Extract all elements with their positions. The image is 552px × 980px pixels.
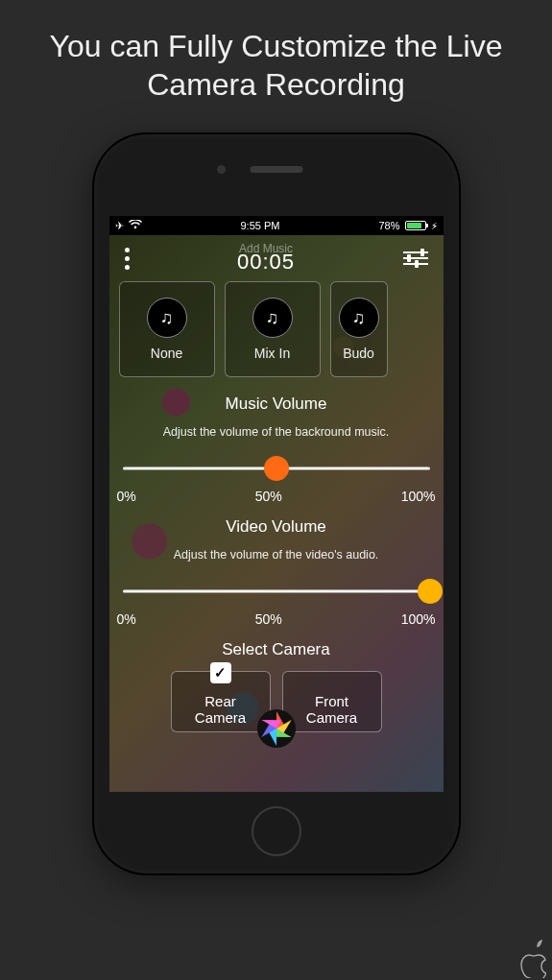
phone-frame: ✈︎ 9:55 PM 78% ⚡︎ Add M: [94, 134, 459, 873]
tick-label: 0%: [117, 611, 136, 627]
status-bar: ✈︎ 9:55 PM 78% ⚡︎: [109, 216, 444, 235]
music-option-third[interactable]: ♫ Budo: [330, 281, 388, 377]
video-volume-ticks: 0% 50% 100%: [117, 606, 436, 631]
music-note-icon: ♫: [339, 298, 379, 338]
music-option-mixin[interactable]: ♫ Mix In: [225, 281, 321, 377]
music-options-row: ♫ None ♫ Mix In ♫ Budo: [119, 281, 434, 377]
settings-sliders-button[interactable]: [399, 248, 432, 269]
music-note-icon: ♫: [252, 298, 293, 338]
airplane-mode-icon: ✈︎: [115, 220, 124, 232]
battery-percentage: 78%: [378, 220, 399, 231]
camera-option-front[interactable]: FrontCamera: [282, 671, 382, 732]
checkmark-icon: ✓: [210, 662, 231, 683]
home-button: [252, 806, 301, 856]
tick-label: 50%: [255, 611, 282, 627]
music-option-label: None: [151, 346, 182, 361]
music-volume-slider[interactable]: [123, 456, 430, 481]
record-timer: 00:05: [133, 250, 399, 275]
camera-option-label: RearCamera: [195, 693, 246, 727]
music-volume-subtitle: Adjust the volume of the backround music…: [119, 419, 434, 448]
watermark-logo: [514, 940, 546, 978]
video-volume-subtitle: Adjust the volume of the video's audio.: [119, 542, 434, 571]
camera-option-label: FrontCamera: [306, 693, 357, 727]
tick-label: 100%: [401, 611, 436, 627]
select-camera-title: Select Camera: [119, 631, 434, 665]
screen: ✈︎ 9:55 PM 78% ⚡︎ Add M: [109, 216, 444, 792]
video-volume-title: Video Volume: [119, 508, 434, 542]
status-time: 9:55 PM: [241, 220, 280, 231]
music-note-icon: ♫: [147, 298, 187, 338]
tick-label: 50%: [255, 489, 282, 504]
tick-label: 100%: [401, 489, 436, 504]
charging-icon: ⚡︎: [431, 221, 438, 231]
music-option-label: Mix In: [254, 346, 290, 361]
music-option-none[interactable]: ♫ None: [119, 281, 215, 377]
camera-option-rear[interactable]: ✓ RearCamera: [171, 671, 271, 732]
music-volume-ticks: 0% 50% 100%: [117, 483, 436, 508]
music-option-label: Budo: [343, 346, 374, 361]
more-menu-button[interactable]: [121, 244, 133, 274]
promo-headline: You can Fully Customize the Live Camera …: [0, 0, 552, 113]
wifi-icon: [129, 220, 142, 231]
battery-icon: [405, 221, 426, 230]
video-volume-slider[interactable]: [123, 579, 430, 604]
tick-label: 0%: [117, 489, 136, 504]
music-volume-title: Music Volume: [119, 385, 434, 419]
